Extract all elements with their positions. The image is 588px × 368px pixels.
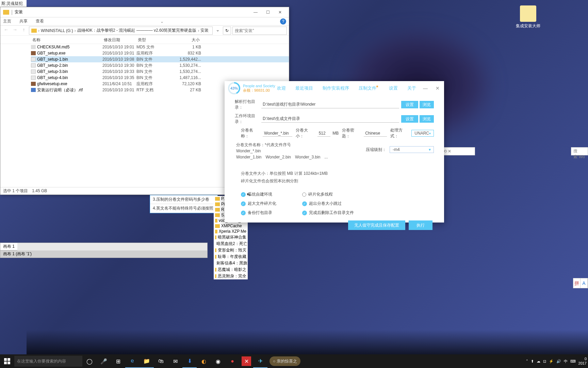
cortana-icon[interactable]: ◯ bbox=[82, 354, 97, 368]
auto-save-button[interactable]: 无人值守完成且保存配置 bbox=[348, 220, 405, 230]
execute-button[interactable]: 执行 bbox=[409, 220, 432, 230]
minimize-button[interactable]: — bbox=[249, 9, 262, 16]
list-item[interactable]: 耻辱：年度收藏 bbox=[214, 254, 248, 260]
file-row[interactable]: GBT_setup-1.bin 2016/10/10 19:08 BIN 文件 … bbox=[31, 56, 289, 62]
canvas-tab[interactable]: 画布 1 bbox=[0, 243, 17, 250]
back-button[interactable]: ← bbox=[2, 27, 10, 34]
tray-up-icon[interactable]: ˄ bbox=[526, 359, 528, 364]
task-view-icon[interactable]: ⊞ bbox=[111, 354, 125, 368]
list-item[interactable]: 刺客信条4：黑旗 bbox=[214, 260, 248, 266]
clock[interactable]: 0 2017 bbox=[578, 357, 587, 366]
maximize-button[interactable]: ☐ bbox=[262, 9, 274, 16]
breadcrumb[interactable]: › WININSTALL (G:) › 战锤40K：战争黎明2 - 混沌崛起 —… bbox=[29, 27, 213, 35]
vol-name-input[interactable]: Wonder_*.bin bbox=[263, 130, 292, 137]
keyboard-icon[interactable]: ⌨ bbox=[570, 359, 576, 364]
letter-a-icon[interactable]: A bbox=[581, 278, 588, 288]
start-button[interactable] bbox=[0, 354, 14, 368]
browse-button[interactable]: 浏览 bbox=[420, 101, 434, 108]
folder-icon bbox=[520, 5, 536, 22]
vol-size-input[interactable]: 512 bbox=[317, 130, 331, 137]
compress-select[interactable]: -m4▾ bbox=[390, 146, 434, 153]
up-button[interactable]: ↑ bbox=[20, 27, 28, 34]
tab-home[interactable]: 主页 bbox=[3, 18, 11, 24]
tray-icon[interactable]: ☁ bbox=[537, 359, 540, 364]
parse-dir-input[interactable]: D:\test\游戏打包目录\Wonder bbox=[261, 101, 399, 108]
list-item[interactable]: 恶魔城：暗影之 bbox=[214, 266, 248, 273]
edge-icon[interactable]: e bbox=[125, 354, 140, 368]
tab-view[interactable]: 查看 bbox=[36, 18, 44, 24]
history-dropdown[interactable]: ⌄ bbox=[214, 27, 222, 34]
search-input[interactable] bbox=[232, 27, 287, 35]
input-mode-panel[interactable]: 拼 A bbox=[573, 278, 588, 288]
opt-sys-env[interactable]: ✓系统自建环境 bbox=[241, 191, 289, 197]
refresh-button[interactable]: ↻ bbox=[223, 27, 231, 35]
record-icon[interactable]: ● bbox=[225, 354, 240, 368]
col-size[interactable]: 大小 bbox=[167, 36, 201, 44]
close-button[interactable]: ✕ bbox=[435, 86, 441, 91]
file-row[interactable]: GBT_setup-2.bin 2016/10/10 19:30 BIN 文件 … bbox=[31, 62, 289, 68]
browse-button[interactable]: 浏览 bbox=[420, 115, 434, 123]
nav-recent[interactable]: 最近项目 bbox=[295, 85, 313, 91]
list-item[interactable]: 变形金刚：毁灭 bbox=[214, 247, 248, 254]
nav-compress[interactable]: 压制文件★ bbox=[359, 85, 379, 91]
nav-make-installer[interactable]: 制作安装程序 bbox=[323, 85, 349, 91]
network-icon[interactable]: ⚡ bbox=[549, 359, 554, 364]
ime-icon[interactable]: 中 bbox=[564, 359, 568, 364]
titlebar[interactable]: | 安装 — ☐ ✕ bbox=[0, 7, 289, 17]
nav-about[interactable]: 关于 bbox=[407, 85, 416, 91]
search-input-2[interactable]: 搜索"Wo bbox=[571, 147, 588, 155]
breadcrumb-item[interactable]: 战锤40K：战争黎明2 - 混沌崛起 ———— v2.60简英繁完整硬盘版 bbox=[77, 28, 197, 33]
desktop-shortcut[interactable]: 集成安装大师 bbox=[516, 5, 540, 29]
list-item[interactable]: 暗黑破坏神合集 bbox=[214, 234, 248, 241]
set-button[interactable]: 设置 bbox=[401, 115, 418, 123]
store-icon[interactable]: 🛍 bbox=[154, 354, 168, 368]
opt-multithread[interactable]: 碎片化多线程 bbox=[302, 191, 363, 197]
tray-icon[interactable]: ⬆ bbox=[531, 359, 534, 364]
volume-icon[interactable]: 🔊 bbox=[556, 359, 561, 364]
file-row[interactable]: GBT_setup-3.bin 2016/10/10 19:33 BIN 文件 … bbox=[31, 68, 289, 75]
ribbon-collapse[interactable]: ⌄ bbox=[160, 19, 164, 24]
app-icon[interactable]: ◐ bbox=[197, 354, 211, 368]
pinyin-icon[interactable]: 拼 bbox=[573, 278, 581, 288]
thunder-icon[interactable]: ⬇ bbox=[182, 354, 197, 368]
tab-share[interactable]: 共享 bbox=[19, 18, 28, 24]
app-icon-2[interactable]: ◉ bbox=[211, 354, 225, 368]
work-dir-input[interactable]: D:\test\生成文件目录 bbox=[261, 115, 399, 123]
taskbar-search[interactable]: 在这里输入你要搜索的内容 bbox=[14, 356, 82, 367]
mail-icon[interactable]: ✉ bbox=[168, 354, 182, 368]
col-type[interactable]: 类型 bbox=[136, 36, 167, 44]
vol-pwd-input[interactable]: Chinese bbox=[364, 130, 387, 137]
list-item[interactable]: 暗黑血统2：死亡 bbox=[214, 241, 248, 247]
opt-backup[interactable]: ✓备份打包目录 bbox=[241, 210, 289, 216]
app-icon-3[interactable]: ✕ bbox=[242, 356, 251, 366]
opt-fragment[interactable]: ✓超大文件碎片化 bbox=[241, 201, 289, 206]
breadcrumb-item[interactable]: WININSTALL (G:) bbox=[41, 28, 73, 33]
tree-item[interactable]: 斯:灵魂疑犯 bbox=[0, 0, 27, 7]
col-date[interactable]: 修改日期 bbox=[102, 36, 136, 44]
nav-welcome[interactable]: 欢迎 bbox=[277, 85, 286, 91]
file-row[interactable]: GBT_setup-4.bin 2016/10/10 19:35 BIN 文件 … bbox=[31, 75, 289, 81]
forward-button[interactable]: → bbox=[11, 27, 19, 34]
minimize-button[interactable]: — bbox=[422, 86, 428, 91]
breadcrumb-item[interactable]: 安装 bbox=[200, 28, 209, 33]
explorer-icon[interactable]: 📁 bbox=[140, 354, 154, 368]
opt-skip-oversize[interactable]: ✓超出分卷大小跳过 bbox=[302, 201, 363, 206]
refresh-button-2[interactable]: ⟲ ✕ bbox=[441, 147, 475, 155]
mic-icon[interactable]: 🎤 bbox=[97, 354, 111, 368]
list-item[interactable]: 恶灵附身：完全 bbox=[214, 273, 248, 279]
help-icon[interactable]: ? bbox=[280, 18, 286, 25]
set-button[interactable]: 设置 bbox=[401, 101, 418, 108]
balance-label: 余额：98831.00 bbox=[243, 88, 275, 93]
close-button[interactable]: ✕ bbox=[274, 9, 286, 16]
nav-settings[interactable]: 设置 bbox=[389, 85, 398, 91]
opt-cleanup[interactable]: ✓完成后删除工作目录文件 bbox=[302, 210, 363, 216]
taskbar-pill[interactable]: ○ 亲的惊喜之 bbox=[270, 356, 300, 366]
app-titlebar[interactable]: 43% People and Society 余额：98831.00 欢迎 最近… bbox=[225, 81, 444, 95]
col-name[interactable]: 名称 bbox=[31, 36, 102, 44]
process-select[interactable]: UNARC▾ bbox=[411, 130, 434, 137]
windows-icon bbox=[4, 358, 10, 364]
file-row[interactable]: GBT_setup.exe 2016/10/10 19:01 应用程序 832 … bbox=[31, 50, 289, 56]
tray-icon[interactable]: ⊡ bbox=[543, 359, 546, 364]
file-row[interactable]: CHECKSUM.md5 2016/10/10 19:01 MD5 文件 1 K… bbox=[31, 44, 289, 50]
install-master-icon[interactable]: ✈ bbox=[253, 354, 267, 368]
